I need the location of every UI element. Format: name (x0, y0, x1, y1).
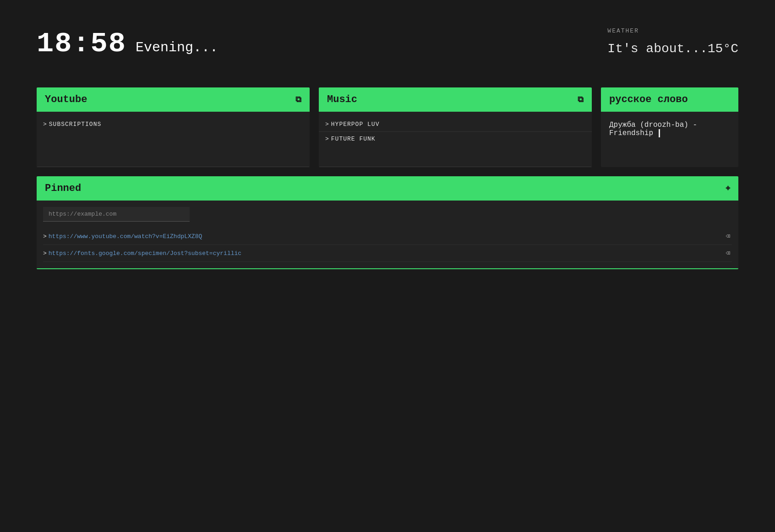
music-widget: Music ⧉ HYPERPOP LUV FUTURE FUNK (319, 87, 592, 167)
music-hyperpop-item[interactable]: HYPERPOP LUV (319, 117, 592, 132)
youtube-open-icon[interactable]: ⧉ (295, 95, 301, 104)
music-future-funk-item[interactable]: FUTURE FUNK (319, 132, 592, 146)
top-widgets-row: Youtube ⧉ SUBSCRIPTIONS Music ⧉ HYPERPOP… (37, 87, 738, 167)
pinned-widget-header: Pinned ⌖ (37, 176, 738, 201)
russian-widget-header: русское слово (601, 87, 738, 112)
youtube-widget: Youtube ⧉ SUBSCRIPTIONS (37, 87, 310, 167)
russian-widget-content: Дружба (droozh-ba) - Friendship (601, 112, 738, 147)
youtube-widget-content: SUBSCRIPTIONS (37, 112, 310, 167)
clock-greeting: Evening... (136, 40, 218, 55)
pinned-url-input[interactable] (43, 207, 190, 222)
pinned-bottom-line (37, 268, 738, 269)
russian-word: Дружба (droozh-ba) - Friendship (609, 121, 697, 137)
pinned-link-row-1[interactable]: https://www.youtube.com/watch?v=EiZhdpLX… (43, 228, 732, 245)
youtube-widget-header: Youtube ⧉ (37, 87, 310, 112)
clock-time: 18:58 (37, 27, 126, 60)
pinned-link-2: https://fonts.google.com/specimen/Jost?s… (43, 250, 241, 257)
pinned-widget: Pinned ⌖ https://www.youtube.com/watch?v… (37, 176, 738, 269)
pinned-input-container (43, 207, 732, 222)
pinned-delete-icon-2[interactable]: ⌫ (724, 249, 732, 258)
russian-widget: русское слово Дружба (droozh-ba) - Frien… (601, 87, 738, 167)
pinned-link-1: https://www.youtube.com/watch?v=EiZhdpLX… (43, 233, 202, 240)
music-open-icon[interactable]: ⧉ (578, 95, 584, 104)
pinned-delete-icon-1[interactable]: ⌫ (724, 232, 732, 241)
header: 18:58 Evening... WEATHER It's about...15… (37, 27, 738, 60)
pinned-widget-title: Pinned (45, 183, 81, 194)
weather-temperature: It's about...15°C (607, 42, 738, 56)
pinned-link-row-2[interactable]: https://fonts.google.com/specimen/Jost?s… (43, 245, 732, 262)
music-widget-header: Music ⧉ (319, 87, 592, 112)
youtube-widget-title: Youtube (45, 94, 87, 105)
music-widget-title: Music (327, 94, 357, 105)
pinned-row: Pinned ⌖ https://www.youtube.com/watch?v… (37, 176, 738, 269)
weather-section: WEATHER It's about...15°C (607, 27, 738, 56)
pinned-widget-content: https://www.youtube.com/watch?v=EiZhdpLX… (37, 201, 738, 268)
clock-section: 18:58 Evening... (37, 27, 218, 60)
russian-widget-title: русское слово (609, 94, 688, 105)
pin-icon[interactable]: ⌖ (726, 184, 730, 193)
music-widget-content: HYPERPOP LUV FUTURE FUNK (319, 112, 592, 167)
youtube-subscriptions-item[interactable]: SUBSCRIPTIONS (37, 117, 310, 131)
weather-label: WEATHER (607, 27, 738, 34)
